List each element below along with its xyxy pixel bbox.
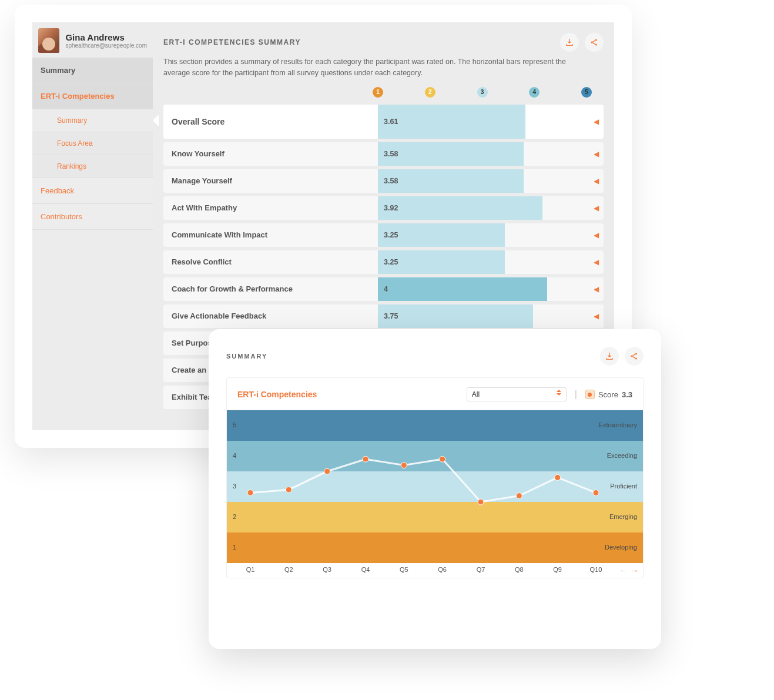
row-expand-icon[interactable]: ◀	[594, 177, 599, 185]
row-label: Coach for Growth & Performance	[163, 277, 378, 301]
x-tick: Q3	[323, 566, 331, 573]
svg-point-11	[286, 487, 291, 493]
chart-name: ERT-i Competencies	[237, 390, 317, 399]
share-button[interactable]	[585, 33, 604, 52]
x-axis: ← → Q1Q2Q3Q4Q5Q6Q7Q8Q9Q10	[227, 562, 643, 578]
svg-point-15	[440, 456, 445, 462]
x-tick: Q5	[400, 566, 408, 573]
y-tick: 5	[233, 421, 236, 428]
svg-point-17	[516, 493, 522, 499]
row-expand-icon[interactable]: ◀	[594, 204, 599, 212]
x-tick: Q7	[477, 566, 485, 573]
row-bar-area: 3.61◀	[378, 105, 604, 139]
svg-line-3	[592, 41, 595, 42]
svg-line-4	[592, 43, 595, 45]
row-expand-icon[interactable]: ◀	[594, 312, 599, 320]
row-expand-icon[interactable]: ◀	[594, 285, 599, 293]
y-tick: 4	[233, 452, 236, 459]
svg-point-12	[324, 468, 330, 474]
svg-point-18	[555, 474, 561, 480]
row-expand-icon[interactable]: ◀	[594, 231, 599, 239]
nav-sub-rankings[interactable]: Rankings	[32, 155, 153, 178]
scale-marker-4: 4	[529, 87, 540, 98]
svg-point-5	[631, 355, 632, 357]
svg-point-19	[593, 490, 599, 495]
svg-line-9	[632, 357, 635, 359]
row-label: Overall Score	[163, 105, 378, 139]
x-tick: Q2	[284, 566, 293, 573]
row-label: Resolve Conflict	[163, 250, 378, 274]
share-icon	[629, 351, 639, 361]
share-button[interactable]	[625, 347, 644, 366]
row-expand-icon[interactable]: ◀	[594, 150, 599, 158]
card2-title: SUMMARY	[226, 353, 267, 360]
competency-row[interactable]: Overall Score3.61◀	[163, 105, 604, 139]
line-series	[227, 410, 643, 563]
scale-header: 12345	[163, 87, 604, 101]
nav-sub-focus-area[interactable]: Focus Area	[32, 132, 153, 155]
svg-point-7	[635, 357, 637, 359]
svg-point-14	[401, 463, 407, 468]
row-label: Manage Yourself	[163, 169, 378, 193]
svg-point-0	[591, 41, 592, 43]
nav-summary[interactable]: Summary	[32, 58, 153, 83]
x-tick: Q8	[515, 566, 524, 573]
filter-dropdown[interactable]: All	[467, 387, 567, 401]
competency-row[interactable]: Coach for Growth & Performance4◀	[163, 277, 604, 301]
separator: |	[575, 389, 577, 400]
download-button[interactable]	[600, 347, 619, 366]
x-tick: Q10	[590, 566, 602, 573]
download-icon	[605, 351, 614, 361]
download-icon	[565, 38, 574, 47]
x-tick: Q9	[553, 566, 562, 573]
competency-row[interactable]: Act With Empathy3.92◀	[163, 196, 604, 220]
page-left-icon[interactable]: ←	[619, 566, 627, 575]
intro-text: This section provides a summary of resul…	[163, 56, 587, 79]
svg-point-2	[595, 43, 597, 45]
competency-row[interactable]: Resolve Conflict3.25◀	[163, 250, 604, 274]
row-bar: 3.92	[378, 196, 542, 220]
row-bar-area: 3.58◀	[378, 169, 604, 193]
scale-marker-1: 1	[373, 87, 383, 98]
line-chart: Extraordinary5Exceeding4Proficient3Emerg…	[227, 410, 643, 562]
nav-erti-competencies[interactable]: ERT-i Competencies	[32, 83, 153, 109]
share-icon	[589, 38, 599, 47]
row-label: Give Actionable Feedback	[163, 304, 378, 328]
competency-row[interactable]: Communicate With Impact3.25◀	[163, 223, 604, 247]
page-title: ERT-I COMPETENCIES SUMMARY	[163, 38, 301, 46]
dropdown-value: All	[472, 390, 480, 398]
svg-point-6	[635, 353, 637, 354]
band-label: Emerging	[609, 513, 637, 520]
row-bar: 3.75	[378, 304, 533, 328]
scale-marker-3: 3	[477, 87, 488, 98]
score-value: 3.3	[622, 390, 632, 399]
row-bar: 3.25	[378, 250, 505, 274]
download-button[interactable]	[560, 33, 579, 52]
competency-row[interactable]: Manage Yourself3.58◀	[163, 169, 604, 193]
row-bar-area: 3.25◀	[378, 250, 604, 274]
row-bar: 3.58	[378, 169, 524, 193]
row-expand-icon[interactable]: ◀	[594, 258, 599, 266]
row-bar: 3.25	[378, 223, 505, 247]
score-indicator: Score 3.3	[585, 390, 632, 399]
svg-line-8	[632, 354, 635, 356]
page-right-icon[interactable]: →	[631, 566, 638, 575]
competency-row[interactable]: Give Actionable Feedback3.75◀	[163, 304, 604, 328]
chart-box: ERT-i Competencies All | Score 3.3 Extra…	[226, 377, 644, 578]
nav-sub-summary[interactable]: Summary	[32, 109, 153, 132]
user-name: Gina Andrews	[65, 32, 147, 42]
row-bar-area: 3.58◀	[378, 142, 604, 166]
band-label: Extraordinary	[599, 421, 637, 428]
profile-block: Gina Andrews sphealthcare@surepeople.com	[32, 22, 153, 58]
nav-feedback[interactable]: Feedback	[32, 178, 153, 204]
band-label: Proficient	[610, 483, 637, 490]
nav-contributors[interactable]: Contributors	[32, 204, 153, 230]
competency-row[interactable]: Know Yourself3.58◀	[163, 142, 604, 166]
row-expand-icon[interactable]: ◀	[594, 118, 599, 126]
x-tick: Q6	[438, 566, 447, 573]
avatar	[38, 28, 59, 53]
row-bar-area: 3.75◀	[378, 304, 604, 328]
row-bar-area: 4◀	[378, 277, 604, 301]
score-dot-icon	[585, 390, 595, 399]
pager: ← →	[619, 566, 638, 575]
